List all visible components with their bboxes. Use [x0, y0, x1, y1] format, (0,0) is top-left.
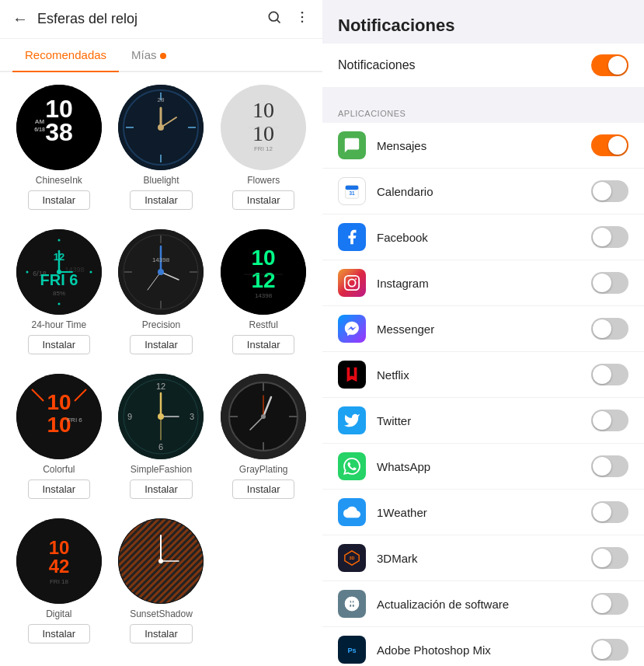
install-button[interactable]: Instalar — [28, 479, 91, 499]
notifications-toggle[interactable] — [591, 54, 628, 76]
app-name: WhatsApp — [377, 460, 591, 473]
app-row-calendario: 31 Calendario — [322, 169, 644, 214]
watch-face-flowers[interactable]: 10 10 FRI 12 — [221, 85, 306, 170]
svg-point-4 — [301, 21, 304, 23]
app-toggle-calendario[interactable] — [591, 180, 628, 202]
svg-point-27 — [89, 271, 92, 274]
app-icon-1weather — [338, 498, 366, 526]
app-name: Instagram — [377, 277, 591, 290]
app-toggle-messenger[interactable] — [591, 318, 628, 340]
svg-text:38: 38 — [45, 118, 73, 146]
svg-line-1 — [277, 20, 280, 23]
install-button[interactable]: Instalar — [28, 190, 91, 210]
search-icon[interactable] — [266, 9, 282, 29]
watch-face-sunsetshadow[interactable] — [118, 518, 204, 604]
app-icon-instagram — [338, 269, 366, 297]
watch-face-restful[interactable]: 10 12 14398 — [221, 229, 306, 315]
watch-name: SimpleFashion — [131, 464, 192, 475]
watch-face-precision[interactable]: 14398 — [118, 229, 204, 315]
back-icon[interactable]: ← — [12, 10, 28, 28]
app-row-1weather: 1Weather — [322, 490, 644, 535]
app-toggle-1weather[interactable] — [591, 501, 628, 523]
install-button[interactable]: Instalar — [232, 479, 295, 499]
svg-text:FRI 18: FRI 18 — [50, 578, 69, 585]
svg-text:FRI 6: FRI 6 — [67, 417, 82, 424]
apps-list: Mensajes 31 Calendario Facebook — [322, 123, 644, 666]
svg-point-2 — [301, 12, 304, 13]
svg-point-69 — [158, 413, 164, 420]
app-toggle-actualizacion[interactable] — [591, 593, 628, 615]
app-toggle-netflix[interactable] — [591, 364, 628, 385]
app-icon-messenger — [338, 315, 366, 343]
app-name: Adobe Photoshop Mix — [377, 643, 591, 657]
install-button[interactable]: Instalar — [28, 335, 91, 354]
list-item: 10 10 FRI 6 Colorful Instalar — [12, 374, 106, 509]
watch-face-24hour[interactable]: 12 6/18 14398 FRI 6 85% — [16, 229, 102, 315]
app-icon-whatsapp — [338, 452, 366, 480]
watch-name: Colorful — [43, 464, 75, 475]
install-button[interactable]: Instalar — [232, 335, 295, 354]
watch-face-chinese-ink[interactable]: 10 38 AM 6/18 — [16, 85, 102, 170]
watch-name: ChineseInk — [36, 175, 82, 186]
svg-point-47 — [158, 269, 164, 275]
app-icon-netflix — [338, 361, 366, 389]
svg-text:14398: 14398 — [152, 256, 170, 263]
app-name: 3DMark — [377, 552, 591, 565]
list-item: 14398 Precision Instalar — [115, 229, 208, 364]
tab-dot — [160, 53, 166, 59]
tabs-bar: Recomendadas Mías — [0, 39, 322, 72]
watch-name: Precision — [142, 319, 180, 330]
watch-face-digital[interactable]: 10 42 FRI 18 — [16, 518, 102, 604]
svg-text:31: 31 — [349, 190, 355, 196]
watch-face-grayplating[interactable] — [221, 374, 306, 459]
svg-text:85%: 85% — [53, 290, 65, 297]
page-title: Esferas del reloj — [37, 11, 254, 27]
app-toggle-3dmark[interactable] — [591, 547, 628, 569]
app-toggle-photoshop[interactable] — [591, 639, 628, 661]
watch-name: Restful — [249, 319, 277, 330]
more-icon[interactable] — [294, 9, 310, 29]
watch-face-colorful[interactable]: 10 10 FRI 6 — [16, 374, 102, 459]
install-button[interactable]: Instalar — [130, 624, 193, 643]
app-name: Actualización de software — [377, 598, 591, 611]
app-icon-calendario: 31 — [338, 177, 366, 205]
notifications-label: Notificaciones — [338, 58, 416, 72]
app-icon-facebook — [338, 223, 366, 251]
svg-point-26 — [57, 239, 60, 242]
app-toggle-twitter[interactable] — [591, 410, 628, 431]
svg-text:10: 10 — [252, 121, 274, 145]
svg-point-18 — [158, 124, 164, 131]
svg-point-37 — [57, 270, 61, 274]
app-toggle-whatsapp[interactable] — [591, 455, 628, 477]
svg-text:3: 3 — [190, 412, 194, 421]
install-button[interactable]: Instalar — [28, 624, 91, 643]
svg-text:12: 12 — [252, 268, 276, 292]
install-button[interactable]: Instalar — [130, 190, 193, 210]
watch-face-simplefashion[interactable]: 12 3 6 9 — [118, 374, 204, 459]
tab-mias[interactable]: Mías — [119, 39, 179, 71]
app-row-actualizacion: Actualización de software — [322, 581, 644, 627]
app-toggle-instagram[interactable] — [591, 272, 628, 294]
list-item: 10 10 FRI 12 Flowers Instalar — [217, 85, 310, 220]
svg-text:FRI 12: FRI 12 — [254, 145, 273, 152]
app-icon-twitter — [338, 406, 366, 434]
list-item: 12 6/18 14398 FRI 6 85% 24-hour Time Ins… — [12, 229, 106, 364]
svg-point-91 — [158, 559, 163, 563]
app-name: Mensajes — [377, 139, 591, 152]
install-button[interactable]: Instalar — [130, 479, 193, 499]
install-button[interactable]: Instalar — [130, 335, 193, 354]
app-row-messenger: Messenger — [322, 306, 644, 352]
tab-recomendadas[interactable]: Recomendadas — [12, 39, 119, 71]
app-name: Facebook — [377, 231, 591, 244]
app-icon-photoshop: Ps — [338, 636, 366, 664]
svg-text:10: 10 — [47, 390, 71, 414]
app-toggle-facebook[interactable] — [591, 226, 628, 248]
app-toggle-mensajes[interactable] — [591, 134, 628, 156]
watch-face-bluelight[interactable]: 28 — [118, 85, 204, 170]
app-icon-mensajes — [338, 131, 366, 159]
list-item: 10 38 AM 6/18 ChineseInk Instalar — [12, 85, 106, 220]
install-button[interactable]: Instalar — [232, 190, 295, 210]
app-row-3dmark: 3D 3DMark — [322, 535, 644, 581]
right-panel: Notificaciones Notificaciones APLICACION… — [322, 0, 644, 666]
svg-point-0 — [269, 12, 278, 21]
